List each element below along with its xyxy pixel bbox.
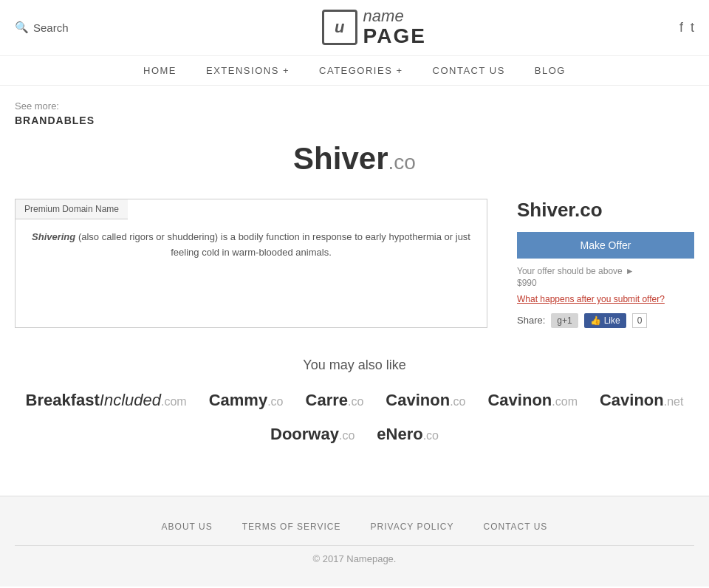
domain-description: Shivering (also called rigors or shudder… [16, 219, 487, 271]
main-content: See more: BRANDABLES Shiver.co Premium D… [0, 86, 709, 481]
domain-tld: .co [348, 395, 363, 408]
domain-desc-rest: (also called rigors or shuddering) is a … [75, 231, 470, 258]
footer-about[interactable]: ABOUT US [162, 522, 213, 532]
nav-extensions[interactable]: EXTENSIONS + [206, 65, 290, 76]
footer-copyright: © 2017 Namepage. [15, 545, 694, 572]
domain-main: Breakfast [26, 391, 100, 409]
domain-tld: .co [423, 429, 439, 442]
google-plus-button[interactable]: g+1 [551, 313, 578, 328]
also-like-item[interactable]: Cammy.co [209, 391, 284, 410]
also-like-item[interactable]: eNero.co [377, 425, 439, 444]
offer-hint: Your offer should be above ► [517, 266, 694, 276]
domain-tld: .co [339, 429, 354, 442]
also-like-item[interactable]: Cavinon.net [600, 391, 683, 410]
also-like-item[interactable]: Carre.co [306, 391, 364, 410]
domain-desc-italic: Shivering [32, 231, 75, 242]
logo-name: name [363, 7, 426, 25]
domain-tld: .com [552, 395, 578, 408]
see-more-label: See more: [15, 100, 694, 112]
also-like-title: You may also like [15, 358, 694, 373]
domain-offer-panel: Shiver.co Make Offer Your offer should b… [517, 199, 694, 328]
nav-contact[interactable]: CONTACT US [433, 65, 505, 76]
footer-contact[interactable]: CONTACT US [483, 522, 547, 532]
also-like-section: You may also like BreakfastIncluded.comC… [15, 358, 694, 444]
footer: ABOUT US TERMS OF SERVICE PRIVACY POLICY… [0, 496, 709, 587]
offer-arrow-icon: ► [626, 266, 634, 276]
offer-price: $990 [517, 278, 694, 288]
domain-main: eNero [377, 425, 422, 443]
nav-blog[interactable]: BLOG [535, 65, 566, 76]
search-label: Search [33, 21, 69, 34]
facebook-like-button[interactable]: 👍 Like [584, 313, 626, 328]
header: 🔍 Search u name PAGE f t [0, 0, 709, 56]
make-offer-button[interactable]: Make Offer [517, 232, 694, 259]
domain-offer-title: Shiver.co [517, 199, 694, 222]
domain-main: Doorway [270, 425, 339, 443]
domain-italic: Included [100, 391, 161, 409]
domain-main: Cavinon [386, 391, 450, 409]
domain-base: Shiver [293, 141, 388, 176]
domain-main: Carre [306, 391, 348, 409]
logo-text: name PAGE [363, 7, 426, 48]
domain-tld: .co [388, 151, 416, 174]
domain-description-box: Premium Domain Name Shivering (also call… [15, 199, 487, 328]
footer-privacy[interactable]: PRIVACY POLICY [371, 522, 454, 532]
domain-detail: Premium Domain Name Shivering (also call… [15, 199, 694, 328]
logo[interactable]: u name PAGE [322, 7, 426, 48]
category-title: BRANDABLES [15, 114, 694, 126]
share-row: Share: g+1 👍 Like 0 [517, 313, 694, 328]
logo-page: PAGE [363, 25, 426, 48]
footer-terms[interactable]: TERMS OF SERVICE [242, 522, 341, 532]
also-like-item[interactable]: Doorway.co [270, 425, 354, 444]
navigation: HOME EXTENSIONS + CATEGORIES + CONTACT U… [0, 56, 709, 86]
domain-main: Cavinon [487, 391, 552, 409]
domain-tld: .co [450, 395, 465, 408]
fb-thumb-icon: 👍 [590, 315, 601, 326]
also-like-item[interactable]: Cavinon.co [386, 391, 465, 410]
also-like-grid: BreakfastIncluded.comCammy.coCarre.coCav… [15, 391, 694, 444]
share-label: Share: [517, 315, 545, 326]
domain-hero-name: Shiver.co [293, 141, 416, 176]
domain-hero: Shiver.co [15, 141, 694, 177]
footer-links: ABOUT US TERMS OF SERVICE PRIVACY POLICY… [15, 511, 694, 542]
search-icon: 🔍 [15, 21, 29, 34]
share-count: 0 [632, 313, 648, 328]
domain-tld: .co [267, 395, 283, 408]
offer-info-link[interactable]: What happens after you submit offer? [517, 294, 694, 304]
nav-categories[interactable]: CATEGORIES + [319, 65, 403, 76]
logo-icon: u [322, 10, 357, 45]
domain-main: Cavinon [600, 391, 664, 409]
search-button[interactable]: 🔍 Search [15, 21, 69, 34]
domain-tld: .net [664, 395, 684, 408]
facebook-icon[interactable]: f [679, 20, 683, 35]
offer-hint-text: Your offer should be above [517, 266, 623, 276]
domain-main: Cammy [209, 391, 267, 409]
nav-home[interactable]: HOME [143, 65, 177, 76]
copyright-text: © 2017 Namepage. [313, 553, 397, 564]
domain-tab-label: Premium Domain Name [16, 199, 128, 219]
breadcrumb: See more: BRANDABLES [15, 100, 694, 126]
domain-tld: .com [161, 395, 187, 408]
fb-like-label: Like [604, 315, 620, 326]
social-links: f t [679, 20, 694, 35]
also-like-item[interactable]: Cavinon.com [487, 391, 577, 410]
twitter-icon[interactable]: t [691, 20, 694, 35]
also-like-item[interactable]: BreakfastIncluded.com [26, 391, 187, 410]
